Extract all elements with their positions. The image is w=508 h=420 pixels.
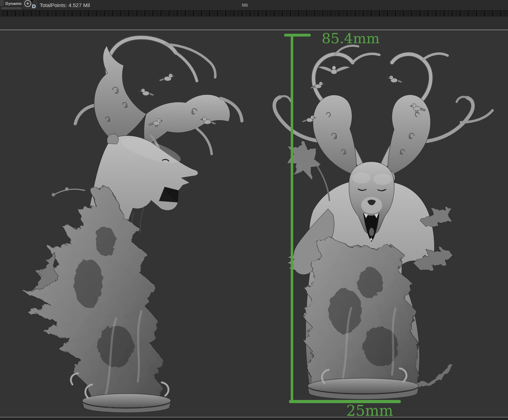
width-measurement-label: 25mm <box>346 402 393 417</box>
svg-text:D: D <box>32 3 36 9</box>
units-label: Mil <box>242 2 248 8</box>
d-perspective-icon: D <box>22 0 38 9</box>
bottom-edge-strip <box>0 418 508 420</box>
document-canvas[interactable]: 85.4mm 25mm <box>0 30 508 417</box>
partial-button[interactable] <box>0 0 4 6</box>
timeline-ruler[interactable] <box>0 10 508 17</box>
top-toolbar: Dynamic D TotalPoints: 4.527 Mil Mil <box>0 0 508 10</box>
height-measurement-label: 85.4mm <box>322 30 380 46</box>
sculpture-left-side-view[interactable] <box>0 30 254 417</box>
toolbar-gap <box>0 17 508 30</box>
left-foliage-trunk <box>22 186 164 407</box>
measure-top-cap <box>284 34 311 37</box>
left-antlers <box>75 38 242 161</box>
zbrush-window: Dynamic D TotalPoints: 4.527 Mil Mil <box>0 0 508 420</box>
dynamic-button[interactable]: Dynamic <box>5 0 22 6</box>
total-points-readout: TotalPoints: 4.527 Mil <box>40 2 90 8</box>
dynamic-perspective-button[interactable]: D <box>22 0 38 10</box>
measure-vertical-line <box>291 34 293 402</box>
partial-button-edge <box>1 7 22 9</box>
